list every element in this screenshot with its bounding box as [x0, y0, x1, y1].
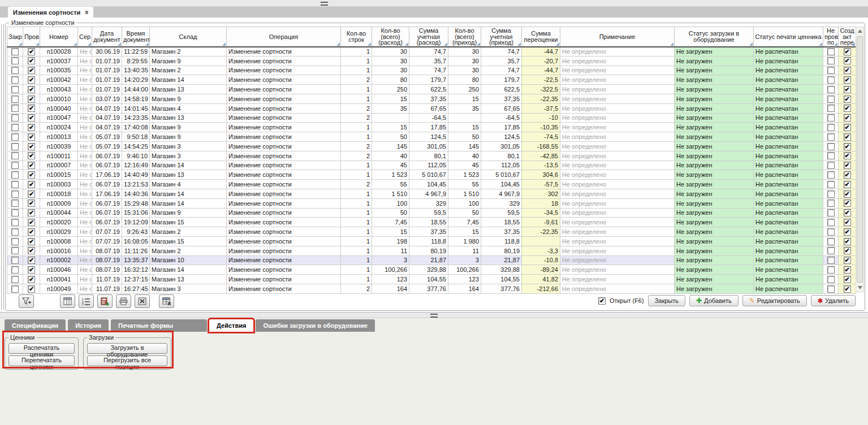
vertical-scrollbar[interactable] — [856, 27, 864, 292]
table-row[interactable]: п100008 Не о 07.07.19 16:08:05 Магазин 1… — [7, 236, 856, 246]
col-qty-in[interactable]: Кол-во (всего) (приход) — [448, 27, 481, 47]
act-created-checkbox[interactable] — [844, 209, 851, 216]
table-row[interactable]: п100040 Не о 04.07.19 14:01:45 Магазин 4… — [7, 103, 856, 113]
col-closed[interactable]: Закр — [7, 27, 23, 47]
act-created-checkbox[interactable] — [844, 143, 851, 150]
closed-checkbox[interactable] — [11, 76, 19, 84]
act-created-checkbox[interactable] — [844, 200, 851, 207]
not-checked-checkbox[interactable] — [827, 143, 835, 150]
col-proven[interactable]: Пров — [23, 27, 40, 47]
bottom-tab-печатные[interactable]: Печатные формы — [111, 319, 207, 332]
top-splitter[interactable] — [0, 0, 868, 7]
not-checked-checkbox[interactable] — [827, 105, 835, 112]
closed-checkbox[interactable] — [11, 190, 19, 198]
act-created-checkbox[interactable] — [844, 257, 851, 264]
not-checked-checkbox[interactable] — [827, 200, 835, 207]
not-checked-checkbox[interactable] — [827, 124, 835, 131]
left-splitter[interactable] — [1, 24, 4, 310]
closed-checkbox[interactable] — [11, 133, 19, 141]
proven-checkbox[interactable] — [28, 143, 35, 150]
table-row[interactable]: п100024 Не о 04.07.19 17:40:08 Магазин 9… — [7, 123, 856, 132]
closed-checkbox[interactable] — [11, 67, 19, 74]
table-row[interactable]: п100010 Не о 03.07.19 14:58:19 Магазин 9… — [7, 94, 856, 103]
act-created-checkbox[interactable] — [844, 162, 851, 169]
table-row[interactable]: п100029 Не о 07.07.19 9:26:43 Магазин 2 … — [7, 227, 856, 237]
table-row[interactable]: п100044 Не о 06.07.19 15:31:06 Магазин 9… — [7, 208, 856, 218]
closed-checkbox[interactable] — [11, 266, 19, 274]
act-created-checkbox[interactable] — [844, 285, 851, 293]
not-checked-checkbox[interactable] — [827, 219, 835, 226]
proven-checkbox[interactable] — [28, 105, 35, 112]
closed-checkbox[interactable] — [11, 57, 19, 64]
closed-checkbox[interactable] — [11, 105, 19, 112]
table-row[interactable]: п100002 Не о 08.07.19 13:35:37 Магазин 1… — [7, 255, 856, 265]
proven-checkbox[interactable] — [28, 114, 35, 122]
act-created-checkbox[interactable] — [844, 171, 851, 179]
calculator-add-button[interactable] — [97, 294, 113, 308]
act-created-checkbox[interactable] — [844, 86, 851, 93]
not-checked-checkbox[interactable] — [827, 266, 835, 274]
not-checked-checkbox[interactable] — [827, 247, 835, 254]
table-row[interactable]: п100041 Не о 11.07.19 12:37:15 Магазин 1… — [7, 275, 856, 284]
act-created-checkbox[interactable] — [844, 266, 851, 274]
table-row[interactable]: п100047 Не о 04.07.19 14:23:35 Магазин 1… — [7, 113, 856, 123]
table-row[interactable]: п100035 Не о 01.07.19 13:40:35 Магазин 2… — [7, 66, 856, 75]
act-created-checkbox[interactable] — [844, 247, 851, 254]
act-created-checkbox[interactable] — [844, 57, 851, 64]
closed-checkbox[interactable] — [11, 124, 19, 131]
col-doc-date[interactable]: Дата документ — [92, 27, 122, 47]
closed-checkbox[interactable] — [11, 276, 19, 283]
proven-checkbox[interactable] — [28, 200, 35, 207]
act-created-checkbox[interactable] — [844, 238, 851, 245]
numbered-list-button[interactable]: 1 2 3 — [79, 294, 94, 308]
proven-checkbox[interactable] — [28, 209, 35, 216]
col-doc-time[interactable]: Время документ — [122, 27, 150, 47]
not-checked-checkbox[interactable] — [827, 76, 835, 84]
col-reval[interactable]: Сумма переоценки — [522, 27, 560, 47]
not-checked-checkbox[interactable] — [827, 67, 835, 74]
act-created-checkbox[interactable] — [844, 228, 851, 236]
closed-checkbox[interactable] — [11, 238, 19, 245]
proven-checkbox[interactable] — [28, 219, 35, 226]
table-row[interactable]: п100011 Не о 06.07.19 9:46:10 Магазин 3 … — [7, 151, 856, 161]
not-checked-checkbox[interactable] — [827, 228, 835, 236]
proven-checkbox[interactable] — [28, 247, 35, 254]
act-created-checkbox[interactable] — [844, 48, 851, 55]
not-checked-checkbox[interactable] — [827, 276, 835, 283]
not-checked-checkbox[interactable] — [827, 114, 835, 122]
closed-checkbox[interactable] — [11, 200, 19, 207]
proven-checkbox[interactable] — [28, 86, 35, 93]
excel-export-button[interactable] — [135, 294, 150, 308]
col-print-status[interactable]: Статус печати ценника — [754, 27, 823, 47]
close-button[interactable]: Закрыть — [648, 295, 685, 306]
col-store[interactable]: Склад — [150, 27, 227, 47]
proven-checkbox[interactable] — [28, 124, 35, 131]
bottom-tab-спецификация[interactable]: Спецификация — [5, 319, 66, 332]
proven-checkbox[interactable] — [28, 228, 35, 236]
table-row[interactable]: п100018 Не о 17.06.19 14:40:36 Магазин 1… — [7, 189, 856, 198]
not-checked-checkbox[interactable] — [827, 57, 835, 64]
closed-checkbox[interactable] — [11, 48, 19, 55]
action-button[interactable]: Перепечатать ценники — [8, 355, 75, 366]
not-checked-checkbox[interactable] — [827, 257, 835, 264]
table-row[interactable]: п100009 Не о 06.07.19 15:29:48 Магазин 1… — [7, 198, 856, 208]
act-created-checkbox[interactable] — [844, 124, 851, 131]
table-row[interactable]: п100049 Не о 11.07.19 16:27:45 Магазин 3… — [7, 284, 856, 293]
proven-checkbox[interactable] — [28, 266, 35, 274]
col-act-created[interactable]: Созд акт пере — [839, 27, 856, 47]
table-row[interactable]: п100039 Не о 05.07.19 14:54:25 Магазин 3… — [7, 141, 856, 151]
delete-button[interactable]: ✱ Удалить — [811, 295, 856, 306]
table-row[interactable]: п100028 Не о 30.06.19 11:22:59 Магазин 2… — [7, 47, 856, 57]
col-lines[interactable]: Кол-во строк — [341, 27, 372, 47]
proven-checkbox[interactable] — [28, 152, 35, 159]
grid-settings-button[interactable] — [159, 294, 174, 308]
closed-checkbox[interactable] — [11, 162, 19, 169]
proven-checkbox[interactable] — [28, 162, 35, 169]
horizontal-splitter[interactable] — [0, 312, 868, 318]
closed-checkbox[interactable] — [11, 228, 19, 236]
proven-checkbox[interactable] — [28, 76, 35, 84]
proven-checkbox[interactable] — [28, 57, 35, 64]
proven-checkbox[interactable] — [28, 67, 35, 74]
add-button[interactable]: ✚ Добавить — [689, 295, 739, 306]
col-sum-in[interactable]: Сумма учетная (приход) — [481, 27, 522, 47]
